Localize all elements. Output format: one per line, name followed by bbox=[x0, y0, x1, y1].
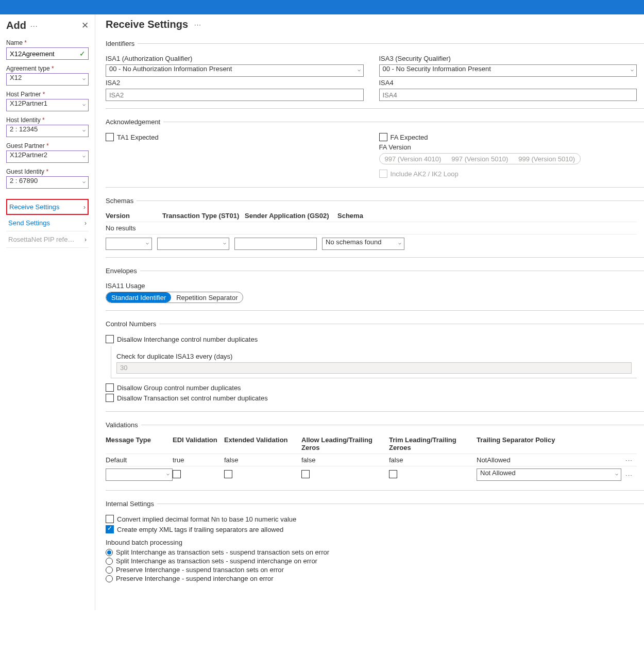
isa1-label: ISA1 (Authorization Qualifier) bbox=[106, 55, 364, 62]
close-icon[interactable]: ✕ bbox=[81, 20, 89, 31]
host-partner-select[interactable]: X12Partner1 bbox=[6, 99, 89, 111]
isa2-input[interactable] bbox=[106, 89, 364, 101]
name-label: Name bbox=[6, 39, 89, 46]
isa3-select[interactable]: 00 - No Security Information Present bbox=[379, 64, 637, 77]
internal-legend: Internal Settings bbox=[106, 500, 157, 508]
ack-legend: Acknowledgement bbox=[106, 118, 163, 126]
more-icon[interactable]: ··· bbox=[194, 21, 201, 28]
host-partner-label: Host Partner bbox=[6, 91, 89, 98]
identifiers-section: Identifiers ISA1 (Authorization Qualifie… bbox=[106, 40, 644, 109]
cell-msg: Default bbox=[106, 456, 173, 464]
cell-tsp: NotAllowed bbox=[477, 456, 621, 464]
schema-sender-input[interactable] bbox=[234, 238, 317, 250]
col-tsp: Trailing Separator Policy bbox=[477, 436, 621, 451]
name-input[interactable] bbox=[6, 47, 89, 60]
agreement-type-select[interactable]: X12 bbox=[6, 73, 89, 86]
checkbox-icon bbox=[106, 394, 114, 402]
agreement-type-label: Agreement type bbox=[6, 65, 89, 72]
schemas-section: Schemas Version Transaction Type (ST01) … bbox=[106, 197, 644, 258]
include-ak2-row: Include AK2 / IK2 Loop bbox=[379, 170, 637, 178]
nav-send-settings[interactable]: Send Settings › bbox=[6, 215, 89, 231]
create-empty-row[interactable]: Create empty XML tags if trailing separa… bbox=[106, 525, 637, 533]
cell-allow: false bbox=[301, 456, 389, 464]
fa-version-toggle: 997 (Version 4010) 997 (Version 5010) 99… bbox=[379, 153, 581, 164]
disallow-interchange-row[interactable]: Disallow Interchange control number dupl… bbox=[106, 335, 637, 343]
more-icon[interactable]: ··· bbox=[30, 22, 38, 30]
cell-edi: true bbox=[173, 456, 224, 464]
fa-option: 999 (Version 5010) bbox=[513, 154, 580, 164]
guest-identity-select[interactable]: 2 : 67890 bbox=[6, 176, 89, 189]
nav-receive-settings[interactable]: Receive Settings › bbox=[6, 199, 89, 215]
internal-settings-section: Internal Settings Convert implied decima… bbox=[106, 500, 644, 591]
chevron-right-icon: › bbox=[84, 236, 87, 243]
identifiers-legend: Identifiers bbox=[106, 40, 138, 47]
col-transaction-type: Transaction Type (ST01) bbox=[162, 212, 245, 220]
ext-checkbox[interactable] bbox=[224, 470, 232, 478]
check-icon: ✓ bbox=[79, 49, 86, 58]
schema-tt-select[interactable] bbox=[157, 238, 229, 250]
acknowledgement-section: Acknowledgement TA1 Expected FA Expected… bbox=[106, 118, 644, 188]
isa4-input[interactable] bbox=[379, 89, 637, 101]
disallow-group-row[interactable]: Disallow Group control number duplicates bbox=[106, 383, 637, 392]
checkbox-icon bbox=[106, 515, 114, 523]
isa4-label: ISA4 bbox=[379, 79, 637, 87]
row-actions-icon[interactable]: ··· bbox=[621, 456, 637, 464]
edi-checkbox[interactable] bbox=[173, 470, 181, 478]
row-actions-icon[interactable]: ··· bbox=[621, 471, 637, 479]
radio-icon bbox=[106, 575, 113, 582]
right-panel: Receive Settings ··· Identifiers ISA1 (A… bbox=[95, 14, 644, 610]
inbound-r2[interactable]: Split Interchange as transaction sets - … bbox=[106, 557, 637, 565]
trim-checkbox[interactable] bbox=[389, 470, 397, 478]
disallow-ts-row[interactable]: Disallow Transaction set control number … bbox=[106, 394, 637, 402]
cell-ext: false bbox=[224, 456, 301, 464]
schema-select[interactable]: No schemas found bbox=[322, 238, 404, 250]
host-identity-select[interactable]: 2 : 12345 bbox=[6, 125, 89, 137]
checkbox-icon bbox=[106, 525, 114, 533]
ta1-checkbox-row[interactable]: TA1 Expected bbox=[106, 133, 364, 141]
tsp-select[interactable]: Not Allowed bbox=[477, 468, 621, 481]
convert-row[interactable]: Convert implied decimal format Nn to bas… bbox=[106, 515, 637, 523]
checkbox-icon bbox=[106, 133, 114, 141]
nav-label: RosettaNet PIP references bbox=[8, 236, 75, 243]
ta1-label: TA1 Expected bbox=[117, 133, 159, 141]
radio-label: Preserve Interchange - suspend interchan… bbox=[116, 575, 274, 582]
checkbox-icon bbox=[379, 170, 387, 178]
include-label: Include AK2 / IK2 Loop bbox=[391, 170, 459, 178]
inbound-r3[interactable]: Preserve Interchange - suspend transacto… bbox=[106, 566, 637, 574]
fa-version-label: FA Version bbox=[379, 143, 637, 151]
chevron-right-icon: › bbox=[83, 204, 86, 211]
allow-checkbox[interactable] bbox=[301, 470, 310, 478]
col-sender-app: Sender Application (GS02) bbox=[245, 212, 337, 220]
isa11-std[interactable]: Standard Identifier bbox=[106, 292, 171, 303]
create-empty-label: Create empty XML tags if trailing separa… bbox=[117, 526, 283, 533]
col-version: Version bbox=[106, 212, 162, 220]
guest-partner-select[interactable]: X12Partner2 bbox=[6, 150, 89, 163]
fa-option: 997 (Version 5010) bbox=[446, 154, 513, 164]
inbound-r4[interactable]: Preserve Interchange - suspend interchan… bbox=[106, 575, 637, 582]
checkbox-icon bbox=[379, 133, 387, 141]
col-allow: Allow Leading/Trailing Zeros bbox=[301, 436, 389, 451]
validation-input-row: ⌵ Not Allowed⌵ ··· bbox=[106, 466, 637, 483]
msg-type-select[interactable] bbox=[106, 468, 173, 481]
nav-label: Send Settings bbox=[8, 219, 50, 227]
page-title: Receive Settings bbox=[106, 19, 188, 30]
isa11-label: ISA11 Usage bbox=[106, 282, 637, 290]
left-panel: Add ··· ✕ Name ✓ Agreement type X12 ⌵ Ho… bbox=[0, 14, 95, 610]
isa3-label: ISA3 (Security Qualifier) bbox=[379, 55, 637, 62]
inbound-label: Inbound batch processing bbox=[106, 539, 637, 546]
schema-version-select[interactable] bbox=[106, 238, 152, 250]
isa1-select[interactable]: 00 - No Authorization Information Presen… bbox=[106, 64, 364, 77]
col-trim: Trim Leading/Trailing Zeroes bbox=[389, 436, 477, 451]
inbound-r1[interactable]: Split Interchange as transaction sets - … bbox=[106, 548, 637, 556]
isa11-rep[interactable]: Repetition Separator bbox=[171, 292, 243, 303]
validations-legend: Validations bbox=[106, 421, 141, 429]
disallow-int-label: Disallow Interchange control number dupl… bbox=[117, 336, 258, 343]
radio-icon bbox=[106, 549, 113, 556]
isa11-toggle[interactable]: Standard Identifier Repetition Separator bbox=[106, 292, 243, 303]
ctrl-legend: Control Numbers bbox=[106, 320, 159, 328]
nav-label: Receive Settings bbox=[9, 203, 60, 211]
nav-rosetta[interactable]: RosettaNet PIP references › bbox=[6, 231, 89, 248]
cell-trim: false bbox=[389, 456, 477, 464]
fa-checkbox-row[interactable]: FA Expected bbox=[379, 133, 637, 141]
host-identity-label: Host Identity bbox=[6, 116, 89, 124]
